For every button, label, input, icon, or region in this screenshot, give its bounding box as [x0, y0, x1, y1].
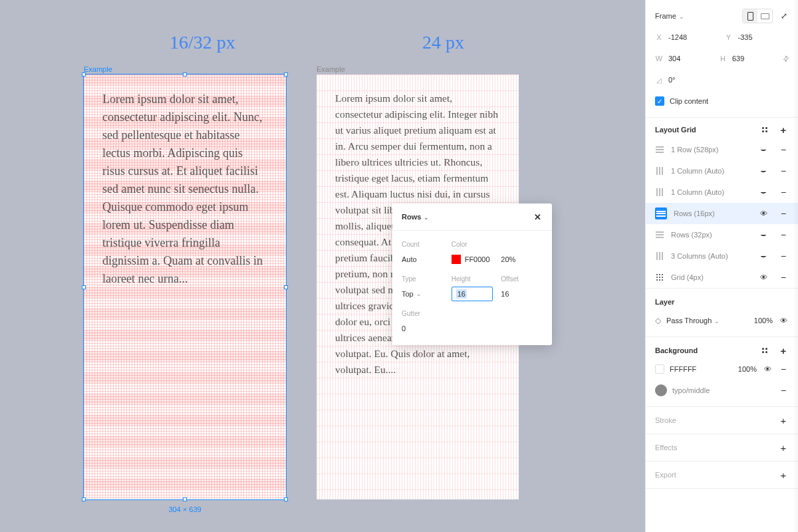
clip-content-checkbox[interactable] [655, 96, 664, 106]
bg-visibility-icon[interactable] [762, 364, 773, 374]
grid-offset-input[interactable]: 16 [501, 287, 543, 301]
rotation-input[interactable]: 0° [668, 76, 702, 84]
fill-style-name[interactable]: typo/middle [672, 386, 773, 394]
height-input[interactable]: 639 [732, 55, 765, 63]
resize-handle[interactable] [284, 497, 288, 501]
bg-opacity-input[interactable]: 100% [738, 365, 757, 373]
frame-label-2[interactable]: Example [317, 65, 345, 73]
remove-grid-icon[interactable] [778, 166, 789, 176]
grid-item-label: Grid (4px) [671, 273, 751, 281]
remove-bg-icon[interactable] [778, 364, 789, 374]
visibility-icon[interactable] [758, 272, 769, 283]
export-title[interactable]: Export [655, 471, 676, 479]
grid-item-label: 1 Column (Auto) [671, 188, 751, 196]
grid-item-label: 1 Row (528px) [671, 146, 751, 154]
inspector-panel: Frame ⤢ X-1248 Y-335 W304 H639 0° Clip c… [645, 0, 798, 532]
grid-item-label: Rows (16px) [674, 209, 751, 217]
clip-content-label: Clip content [670, 97, 708, 105]
width-input[interactable]: 304 [668, 55, 702, 63]
rows-icon [655, 207, 667, 219]
visibility-icon[interactable] [758, 251, 769, 261]
grid-align-dropdown[interactable]: Top [402, 287, 444, 301]
resize-handle[interactable] [183, 497, 187, 501]
resize-handle[interactable] [82, 72, 86, 76]
layout-grid-item[interactable]: Rows (32px) [646, 224, 798, 245]
example-heading-2: 24 px [422, 32, 464, 53]
grid-styles-icon[interactable] [759, 124, 770, 135]
grid-icon [655, 273, 664, 282]
resize-handle[interactable] [82, 285, 86, 289]
grid-type-dropdown[interactable]: Rows [402, 213, 429, 221]
layer-title: Layer [655, 298, 674, 306]
grid-color-input[interactable]: FF0000 [452, 252, 493, 267]
angle-icon [655, 76, 663, 84]
remove-grid-icon[interactable] [778, 251, 789, 261]
lorem-text-1: Lorem ipsum dolor sit amet, consectetur … [102, 90, 267, 288]
detach-style-icon[interactable] [778, 385, 789, 396]
layer-visibility-icon[interactable] [778, 315, 789, 326]
resize-handle[interactable] [284, 285, 288, 289]
bg-swatch[interactable] [655, 364, 664, 374]
portrait-button[interactable] [743, 9, 757, 23]
remove-grid-icon[interactable] [778, 208, 789, 219]
resize-to-fit-icon[interactable]: ⤢ [778, 11, 789, 21]
rows-icon [655, 145, 664, 154]
visibility-icon[interactable] [758, 187, 769, 198]
effects-title[interactable]: Effects [655, 444, 677, 452]
add-grid-icon[interactable] [778, 124, 789, 135]
grid-item-label: 3 Columns (Auto) [671, 252, 751, 260]
stroke-title[interactable]: Stroke [655, 416, 676, 424]
layout-grid-item[interactable]: 1 Row (528px) [646, 139, 798, 160]
fill-style-swatch[interactable] [655, 384, 667, 396]
orientation-toggle[interactable] [742, 9, 773, 23]
frame-label-1[interactable]: Example [84, 65, 112, 73]
columns-icon [655, 188, 664, 197]
grid-opacity-input[interactable]: 20% [501, 252, 543, 267]
layout-grid-item[interactable]: 1 Column (Auto) [646, 160, 798, 182]
bg-hex-input[interactable]: FFFFFF [670, 365, 733, 373]
blend-mode-dropdown[interactable]: Pass Through [666, 317, 749, 325]
example-heading-1: 16/32 px [170, 32, 235, 53]
constrain-proportions-icon[interactable] [783, 55, 789, 63]
x-input[interactable]: -1248 [668, 33, 702, 41]
frame-type-dropdown[interactable]: Frame [655, 12, 737, 20]
layout-grid-item[interactable]: Rows (16px) [646, 203, 798, 224]
visibility-icon[interactable] [758, 166, 769, 176]
grid-item-label: 1 Column (Auto) [671, 167, 751, 175]
add-background-icon[interactable] [778, 345, 789, 356]
remove-grid-icon[interactable] [778, 229, 789, 240]
layout-grid-title: Layout Grid [655, 126, 696, 134]
columns-icon [655, 251, 664, 261]
y-input[interactable]: -335 [738, 33, 771, 41]
rows-icon [655, 230, 664, 239]
remove-grid-icon[interactable] [778, 272, 789, 283]
columns-icon [655, 166, 664, 176]
remove-grid-icon[interactable] [778, 187, 789, 198]
grid-count-input[interactable]: Auto [402, 252, 444, 267]
add-stroke-icon[interactable] [778, 415, 789, 426]
visibility-icon[interactable] [758, 229, 769, 240]
visibility-icon[interactable] [758, 208, 769, 219]
bg-styles-icon[interactable] [759, 345, 770, 356]
grid-gutter-input[interactable]: 0 [402, 321, 543, 336]
add-effect-icon[interactable] [778, 442, 789, 453]
layout-grid-item[interactable]: 3 Columns (Auto) [646, 245, 798, 267]
layer-opacity-input[interactable]: 100% [754, 317, 773, 325]
grid-height-input[interactable]: 16 [452, 287, 493, 301]
selection-dimensions: 304 × 639 [84, 505, 286, 513]
grid-item-label: Rows (32px) [671, 231, 751, 239]
visibility-icon[interactable] [758, 144, 769, 155]
remove-grid-icon[interactable] [778, 144, 789, 155]
layout-grid-item[interactable]: 1 Column (Auto) [646, 182, 798, 203]
background-title: Background [655, 346, 698, 354]
add-export-icon[interactable] [778, 469, 789, 480]
resize-handle[interactable] [284, 72, 288, 76]
layout-grid-item[interactable]: Grid (4px) [646, 267, 798, 288]
landscape-button[interactable] [757, 9, 772, 23]
close-icon[interactable] [532, 211, 543, 222]
resize-handle[interactable] [82, 497, 86, 501]
example-frame-selected[interactable]: Lorem ipsum dolor sit amet, consectetur … [84, 74, 286, 499]
resize-handle[interactable] [183, 72, 187, 76]
blend-icon [655, 316, 661, 325]
grid-settings-popover: Rows Count Color Auto FF0000 20% Type He… [392, 203, 552, 345]
